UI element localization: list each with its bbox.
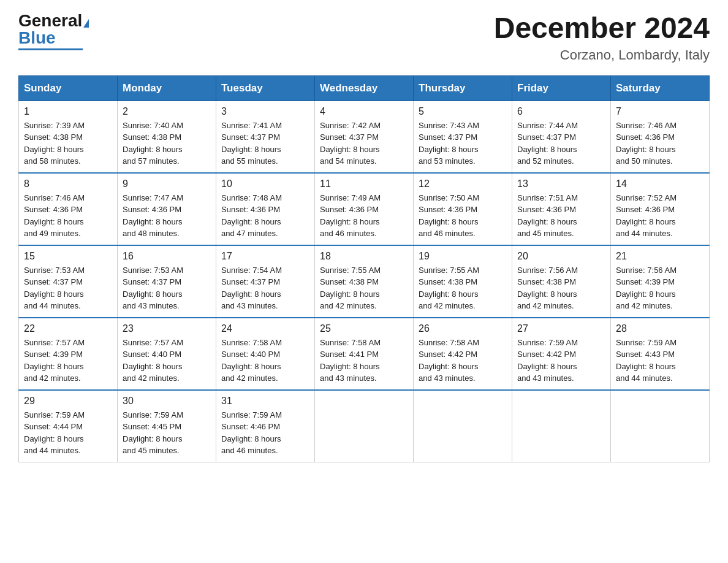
table-row: 27 Sunrise: 7:59 AM Sunset: 4:42 PM Dayl… [512,318,611,390]
day-info: Sunrise: 7:57 AM Sunset: 4:39 PM Dayligh… [24,337,112,385]
logo: General Blue [18,12,89,50]
day-info: Sunrise: 7:39 AM Sunset: 4:38 PM Dayligh… [24,120,112,167]
calendar-week-row: 1 Sunrise: 7:39 AM Sunset: 4:38 PM Dayli… [19,101,710,173]
logo-text: General [18,12,89,29]
day-number: 21 [616,251,704,262]
day-info: Sunrise: 7:56 AM Sunset: 4:39 PM Dayligh… [616,264,704,312]
day-number: 1 [24,106,112,117]
day-number: 26 [419,323,507,334]
logo-underline [18,48,83,50]
day-info: Sunrise: 7:55 AM Sunset: 4:38 PM Dayligh… [320,264,408,312]
day-number: 18 [320,251,408,262]
calendar-week-row: 15 Sunrise: 7:53 AM Sunset: 4:37 PM Dayl… [19,245,710,318]
table-row: 28 Sunrise: 7:59 AM Sunset: 4:43 PM Dayl… [611,318,710,390]
day-number: 15 [24,251,112,262]
day-info: Sunrise: 7:40 AM Sunset: 4:38 PM Dayligh… [123,120,211,167]
day-number: 7 [616,106,704,117]
day-info: Sunrise: 7:43 AM Sunset: 4:37 PM Dayligh… [419,120,507,167]
calendar-header-row: Sunday Monday Tuesday Wednesday Thursday… [19,75,710,101]
table-row [315,390,414,462]
table-row: 15 Sunrise: 7:53 AM Sunset: 4:37 PM Dayl… [19,245,118,318]
month-title: December 2024 [494,12,710,45]
calendar-week-row: 8 Sunrise: 7:46 AM Sunset: 4:36 PM Dayli… [19,173,710,245]
day-info: Sunrise: 7:54 AM Sunset: 4:37 PM Dayligh… [221,264,309,312]
logo-general: General [18,11,82,30]
day-number: 13 [517,178,605,190]
day-number: 20 [517,251,605,262]
day-number: 19 [419,251,507,262]
table-row: 18 Sunrise: 7:55 AM Sunset: 4:38 PM Dayl… [315,245,414,318]
table-row: 1 Sunrise: 7:39 AM Sunset: 4:38 PM Dayli… [19,101,118,173]
day-info: Sunrise: 7:59 AM Sunset: 4:42 PM Dayligh… [517,337,605,385]
table-row: 20 Sunrise: 7:56 AM Sunset: 4:38 PM Dayl… [512,245,611,318]
table-row: 10 Sunrise: 7:48 AM Sunset: 4:36 PM Dayl… [216,173,315,245]
table-row: 24 Sunrise: 7:58 AM Sunset: 4:40 PM Dayl… [216,318,315,390]
table-row: 23 Sunrise: 7:57 AM Sunset: 4:40 PM Dayl… [118,318,216,390]
day-info: Sunrise: 7:52 AM Sunset: 4:36 PM Dayligh… [616,192,704,240]
calendar-table: Sunday Monday Tuesday Wednesday Thursday… [18,75,710,462]
table-row: 12 Sunrise: 7:50 AM Sunset: 4:36 PM Dayl… [414,173,512,245]
day-info: Sunrise: 7:41 AM Sunset: 4:37 PM Dayligh… [221,120,309,167]
page-header: General Blue December 2024 Corzano, Lomb… [18,12,710,63]
table-row: 4 Sunrise: 7:42 AM Sunset: 4:37 PM Dayli… [315,101,414,173]
day-info: Sunrise: 7:46 AM Sunset: 4:36 PM Dayligh… [616,120,704,167]
logo-blue-text: Blue [18,29,56,47]
day-info: Sunrise: 7:44 AM Sunset: 4:37 PM Dayligh… [517,120,605,167]
day-info: Sunrise: 7:46 AM Sunset: 4:36 PM Dayligh… [24,192,112,240]
table-row: 26 Sunrise: 7:58 AM Sunset: 4:42 PM Dayl… [414,318,512,390]
day-info: Sunrise: 7:53 AM Sunset: 4:37 PM Dayligh… [24,264,112,312]
day-number: 30 [123,396,211,407]
day-number: 17 [221,251,309,262]
day-info: Sunrise: 7:58 AM Sunset: 4:42 PM Dayligh… [419,337,507,385]
day-info: Sunrise: 7:51 AM Sunset: 4:36 PM Dayligh… [517,192,605,240]
day-number: 12 [419,178,507,190]
col-wednesday: Wednesday [315,75,414,101]
table-row: 19 Sunrise: 7:55 AM Sunset: 4:38 PM Dayl… [414,245,512,318]
table-row: 3 Sunrise: 7:41 AM Sunset: 4:37 PM Dayli… [216,101,315,173]
col-thursday: Thursday [414,75,512,101]
col-tuesday: Tuesday [216,75,315,101]
day-number: 27 [517,323,605,334]
table-row: 31 Sunrise: 7:59 AM Sunset: 4:46 PM Dayl… [216,390,315,462]
table-row: 25 Sunrise: 7:58 AM Sunset: 4:41 PM Dayl… [315,318,414,390]
day-number: 2 [123,106,211,117]
col-saturday: Saturday [611,75,710,101]
day-number: 22 [24,323,112,334]
day-number: 6 [517,106,605,117]
table-row: 22 Sunrise: 7:57 AM Sunset: 4:39 PM Dayl… [19,318,118,390]
col-friday: Friday [512,75,611,101]
day-number: 5 [419,106,507,117]
day-number: 10 [221,178,309,190]
table-row: 14 Sunrise: 7:52 AM Sunset: 4:36 PM Dayl… [611,173,710,245]
table-row: 16 Sunrise: 7:53 AM Sunset: 4:37 PM Dayl… [118,245,216,318]
day-number: 4 [320,106,408,117]
day-number: 14 [616,178,704,190]
logo-triangle-icon [83,19,89,28]
table-row: 29 Sunrise: 7:59 AM Sunset: 4:44 PM Dayl… [19,390,118,462]
day-info: Sunrise: 7:49 AM Sunset: 4:36 PM Dayligh… [320,192,408,240]
day-info: Sunrise: 7:59 AM Sunset: 4:44 PM Dayligh… [24,409,112,457]
day-info: Sunrise: 7:59 AM Sunset: 4:43 PM Dayligh… [616,337,704,385]
day-number: 24 [221,323,309,334]
day-number: 23 [123,323,211,334]
day-number: 16 [123,251,211,262]
day-info: Sunrise: 7:48 AM Sunset: 4:36 PM Dayligh… [221,192,309,240]
day-info: Sunrise: 7:58 AM Sunset: 4:41 PM Dayligh… [320,337,408,385]
day-number: 11 [320,178,408,190]
day-info: Sunrise: 7:57 AM Sunset: 4:40 PM Dayligh… [123,337,211,385]
table-row: 21 Sunrise: 7:56 AM Sunset: 4:39 PM Dayl… [611,245,710,318]
day-info: Sunrise: 7:53 AM Sunset: 4:37 PM Dayligh… [123,264,211,312]
day-info: Sunrise: 7:55 AM Sunset: 4:38 PM Dayligh… [419,264,507,312]
day-info: Sunrise: 7:59 AM Sunset: 4:45 PM Dayligh… [123,409,211,457]
col-monday: Monday [118,75,216,101]
day-number: 29 [24,396,112,407]
table-row [512,390,611,462]
table-row: 2 Sunrise: 7:40 AM Sunset: 4:38 PM Dayli… [118,101,216,173]
calendar-week-row: 22 Sunrise: 7:57 AM Sunset: 4:39 PM Dayl… [19,318,710,390]
table-row: 8 Sunrise: 7:46 AM Sunset: 4:36 PM Dayli… [19,173,118,245]
col-sunday: Sunday [19,75,118,101]
day-number: 3 [221,106,309,117]
day-info: Sunrise: 7:50 AM Sunset: 4:36 PM Dayligh… [419,192,507,240]
title-area: December 2024 Corzano, Lombardy, Italy [494,12,710,63]
day-info: Sunrise: 7:42 AM Sunset: 4:37 PM Dayligh… [320,120,408,167]
